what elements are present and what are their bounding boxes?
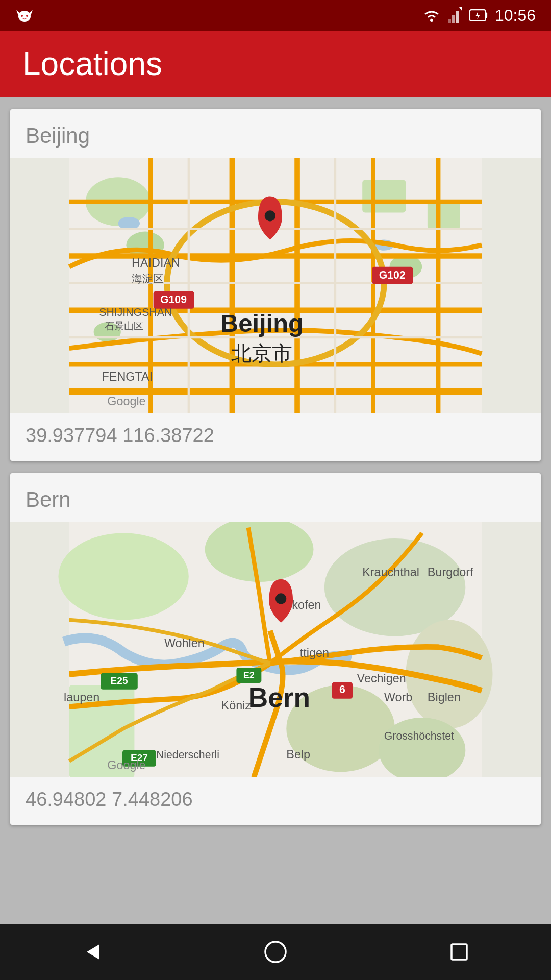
svg-point-53	[58, 533, 188, 620]
svg-text:Google: Google	[107, 395, 145, 408]
svg-text:HAIDIAN: HAIDIAN	[132, 256, 180, 270]
svg-text:SHIJINGSHAN: SHIJINGSHAN	[99, 306, 172, 318]
svg-rect-8	[456, 11, 459, 23]
svg-text:laupen: laupen	[64, 691, 99, 704]
svg-text:Bern: Bern	[248, 682, 310, 713]
svg-marker-85	[87, 944, 99, 960]
bern-map-svg: E25 E2 6 E27 Zollikofen Krauchthal Burgd…	[10, 522, 541, 777]
svg-rect-87	[452, 944, 467, 960]
svg-rect-11	[485, 13, 487, 18]
status-bar-left	[15, 6, 34, 24]
svg-text:Vechigen: Vechigen	[357, 672, 406, 685]
svg-point-3	[21, 15, 23, 17]
svg-point-51	[265, 210, 276, 221]
svg-text:Burgdorf: Burgdorf	[428, 566, 473, 579]
wifi-icon	[422, 8, 441, 22]
app-icon	[15, 6, 34, 24]
location-name-beijing: Beijing	[10, 109, 541, 158]
location-coords-beijing: 39.937794 116.38722	[10, 413, 541, 461]
location-map-bern[interactable]: E25 E2 6 E27 Zollikofen Krauchthal Burgd…	[10, 522, 541, 777]
status-bar: 10:56	[0, 0, 551, 31]
svg-point-86	[265, 942, 286, 962]
location-name-bern: Bern	[10, 473, 541, 522]
location-coords-bern: 46.94802 7.448206	[10, 777, 541, 825]
content-area: Beijing	[0, 97, 551, 924]
recents-icon	[446, 939, 472, 965]
svg-rect-6	[448, 19, 451, 23]
svg-point-4	[26, 15, 28, 17]
location-card-beijing[interactable]: Beijing	[10, 109, 541, 461]
back-button[interactable]	[71, 932, 112, 972]
svg-point-0	[18, 11, 31, 22]
recents-button[interactable]	[439, 932, 480, 972]
signal-icon	[448, 7, 462, 23]
svg-text:E25: E25	[111, 675, 128, 686]
svg-text:Beijing: Beijing	[220, 309, 304, 337]
beijing-map-svg: G109 G102 HAIDIAN 海淀区 SHIJINGSHAN 石景山区 F…	[10, 158, 541, 413]
location-card-bern[interactable]: Bern	[10, 473, 541, 825]
svg-text:Google: Google	[107, 758, 145, 772]
svg-text:G102: G102	[379, 269, 406, 281]
svg-text:北京市: 北京市	[231, 341, 292, 365]
app-bar: Locations	[0, 31, 551, 97]
home-button[interactable]	[255, 932, 296, 972]
svg-point-84	[276, 593, 286, 604]
svg-text:Worb: Worb	[384, 691, 412, 704]
svg-text:FENGTAI: FENGTAI	[102, 370, 153, 383]
battery-icon	[469, 7, 488, 23]
home-icon	[263, 939, 288, 965]
svg-text:Grosshöchstet: Grosshöchstet	[384, 730, 454, 742]
svg-marker-9	[459, 7, 462, 11]
svg-marker-12	[476, 11, 480, 19]
svg-rect-16	[362, 180, 406, 213]
bottom-navigation	[0, 924, 551, 980]
back-icon	[79, 939, 105, 965]
svg-text:E2: E2	[243, 670, 255, 680]
location-map-beijing[interactable]: G109 G102 HAIDIAN 海淀区 SHIJINGSHAN 石景山区 F…	[10, 158, 541, 413]
svg-text:Belp: Belp	[286, 748, 310, 761]
svg-text:G109: G109	[160, 293, 187, 306]
svg-text:Niederscherli: Niederscherli	[156, 749, 219, 761]
svg-text:石景山区: 石景山区	[105, 321, 143, 331]
svg-text:海淀区: 海淀区	[132, 273, 164, 285]
svg-text:6: 6	[339, 683, 345, 696]
svg-rect-7	[452, 15, 455, 23]
svg-text:Köniz: Köniz	[221, 699, 252, 712]
svg-text:ttigen: ttigen	[300, 646, 329, 659]
svg-point-5	[430, 19, 433, 22]
svg-text:Krauchthal: Krauchthal	[362, 566, 419, 579]
page-title: Locations	[22, 45, 162, 83]
svg-text:Wohlen: Wohlen	[164, 636, 205, 650]
svg-rect-17	[428, 202, 460, 229]
status-bar-right: 10:56	[422, 6, 536, 25]
status-time: 10:56	[495, 6, 536, 25]
svg-text:Biglen: Biglen	[428, 691, 461, 704]
